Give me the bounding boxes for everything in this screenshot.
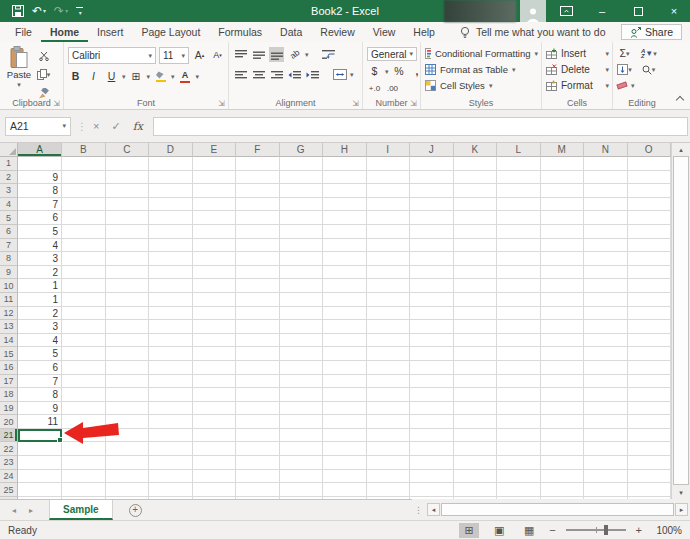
cell-I22[interactable] bbox=[367, 442, 411, 456]
tab-home[interactable]: Home bbox=[41, 22, 88, 42]
cell-H3[interactable] bbox=[323, 184, 367, 198]
cell-C17[interactable] bbox=[106, 375, 150, 389]
cell-N9[interactable] bbox=[584, 266, 628, 280]
cell-I11[interactable] bbox=[367, 293, 411, 307]
cell-D13[interactable] bbox=[149, 320, 193, 334]
cell-G25[interactable] bbox=[280, 483, 324, 497]
row-header-14[interactable]: 14 bbox=[0, 334, 18, 348]
row-header-6[interactable]: 6 bbox=[0, 225, 18, 239]
cell-F6[interactable] bbox=[236, 225, 280, 239]
cell-I24[interactable] bbox=[367, 470, 411, 484]
cell-M8[interactable] bbox=[541, 252, 585, 266]
cell-E24[interactable] bbox=[193, 470, 237, 484]
cell-H1[interactable] bbox=[323, 157, 367, 171]
cell-N2[interactable] bbox=[584, 171, 628, 185]
cell-F12[interactable] bbox=[236, 307, 280, 321]
cell-F8[interactable] bbox=[236, 252, 280, 266]
cell-D7[interactable] bbox=[149, 239, 193, 253]
cell-I20[interactable] bbox=[367, 415, 411, 429]
column-header-J[interactable]: J bbox=[410, 143, 454, 157]
cell-A17[interactable]: 7 bbox=[18, 375, 62, 389]
cell-M11[interactable] bbox=[541, 293, 585, 307]
cell-D19[interactable] bbox=[149, 402, 193, 416]
tab-page-layout[interactable]: Page Layout bbox=[132, 22, 209, 42]
cell-E22[interactable] bbox=[193, 442, 237, 456]
cell-E16[interactable] bbox=[193, 361, 237, 375]
cell-C9[interactable] bbox=[106, 266, 150, 280]
next-sheet-button[interactable]: ▸ bbox=[29, 506, 33, 515]
cell-A22[interactable] bbox=[18, 442, 62, 456]
cell-H9[interactable] bbox=[323, 266, 367, 280]
cell-A25[interactable] bbox=[18, 483, 62, 497]
cell-B14[interactable] bbox=[62, 334, 106, 348]
cell-I25[interactable] bbox=[367, 483, 411, 497]
borders-button[interactable]: ⊞ bbox=[129, 69, 144, 84]
cell-B8[interactable] bbox=[62, 252, 106, 266]
cell-D18[interactable] bbox=[149, 388, 193, 402]
cell-J10[interactable] bbox=[410, 279, 454, 293]
row-header-23[interactable]: 23 bbox=[0, 456, 18, 470]
cell-N23[interactable] bbox=[584, 456, 628, 470]
cell-G11[interactable] bbox=[280, 293, 324, 307]
cell-G14[interactable] bbox=[280, 334, 324, 348]
tab-insert[interactable]: Insert bbox=[88, 22, 132, 42]
cell-L14[interactable] bbox=[497, 334, 541, 348]
cell-K19[interactable] bbox=[454, 402, 498, 416]
cell-G2[interactable] bbox=[280, 171, 324, 185]
cell-N12[interactable] bbox=[584, 307, 628, 321]
cell-D4[interactable] bbox=[149, 198, 193, 212]
cell-F3[interactable] bbox=[236, 184, 280, 198]
cell-J9[interactable] bbox=[410, 266, 454, 280]
cell-E11[interactable] bbox=[193, 293, 237, 307]
sheet-tab-sample[interactable]: Sample bbox=[49, 500, 113, 520]
row-header-10[interactable]: 10 bbox=[0, 279, 18, 293]
cell-H24[interactable] bbox=[323, 470, 367, 484]
cell-D1[interactable] bbox=[149, 157, 193, 171]
cell-K20[interactable] bbox=[454, 415, 498, 429]
cell-H17[interactable] bbox=[323, 375, 367, 389]
cell-F10[interactable] bbox=[236, 279, 280, 293]
cancel-button[interactable]: × bbox=[93, 120, 99, 132]
cell-O25[interactable] bbox=[628, 483, 672, 497]
cell-K14[interactable] bbox=[454, 334, 498, 348]
row-header-19[interactable]: 19 bbox=[0, 402, 18, 416]
cell-N19[interactable] bbox=[584, 402, 628, 416]
cell-A24[interactable] bbox=[18, 470, 62, 484]
fill-button[interactable]: ▾ bbox=[617, 62, 632, 77]
column-header-O[interactable]: O bbox=[628, 143, 672, 157]
cell-E21[interactable] bbox=[193, 429, 237, 443]
cell-L10[interactable] bbox=[497, 279, 541, 293]
cell-K4[interactable] bbox=[454, 198, 498, 212]
cell-L8[interactable] bbox=[497, 252, 541, 266]
cell-J12[interactable] bbox=[410, 307, 454, 321]
column-header-E[interactable]: E bbox=[193, 143, 237, 157]
cell-G6[interactable] bbox=[280, 225, 324, 239]
cell-L3[interactable] bbox=[497, 184, 541, 198]
top-align-button[interactable] bbox=[233, 47, 248, 62]
row-header-4[interactable]: 4 bbox=[0, 198, 18, 212]
cell-C14[interactable] bbox=[106, 334, 150, 348]
cell-C23[interactable] bbox=[106, 456, 150, 470]
align-right-button[interactable] bbox=[269, 67, 284, 82]
cell-A15[interactable]: 5 bbox=[18, 347, 62, 361]
tab-review[interactable]: Review bbox=[311, 22, 363, 42]
cell-M25[interactable] bbox=[541, 483, 585, 497]
cell-C10[interactable] bbox=[106, 279, 150, 293]
cell-K25[interactable] bbox=[454, 483, 498, 497]
cell-K21[interactable] bbox=[454, 429, 498, 443]
cell-N6[interactable] bbox=[584, 225, 628, 239]
cell-N22[interactable] bbox=[584, 442, 628, 456]
cell-M18[interactable] bbox=[541, 388, 585, 402]
cell-G18[interactable] bbox=[280, 388, 324, 402]
cell-C5[interactable] bbox=[106, 211, 150, 225]
cell-A5[interactable]: 6 bbox=[18, 211, 62, 225]
cell-A9[interactable]: 2 bbox=[18, 266, 62, 280]
tab-help[interactable]: Help bbox=[404, 22, 444, 42]
cell-M7[interactable] bbox=[541, 239, 585, 253]
cell-H10[interactable] bbox=[323, 279, 367, 293]
accounting-format-button[interactable]: $ bbox=[367, 64, 382, 79]
delete-cells-button[interactable]: Delete ▾ bbox=[546, 62, 609, 77]
underline-button[interactable]: U bbox=[104, 69, 119, 84]
cell-H14[interactable] bbox=[323, 334, 367, 348]
cell-C13[interactable] bbox=[106, 320, 150, 334]
